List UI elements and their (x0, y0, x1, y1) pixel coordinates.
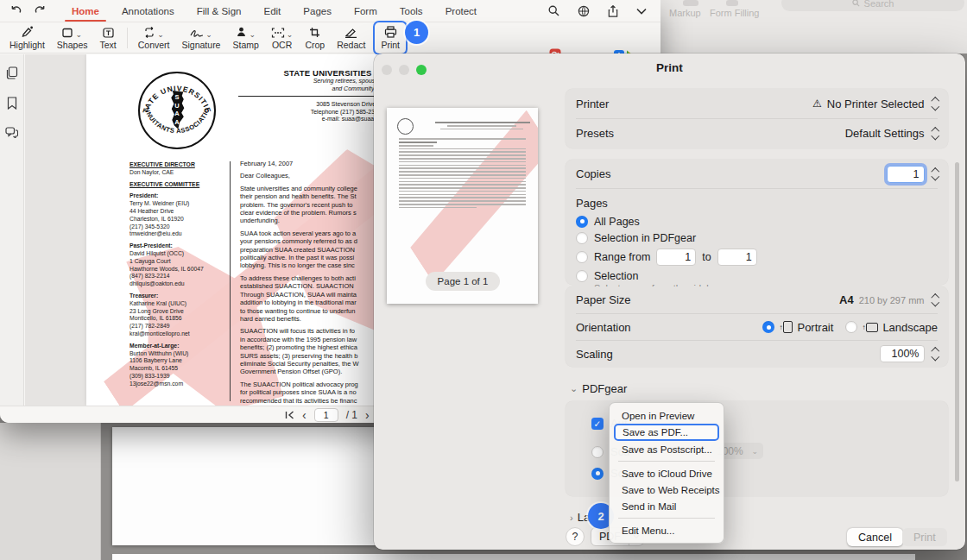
paper-size-select[interactable]: A4 210 by 297 mm (839, 293, 938, 306)
page-total: / 1 (346, 409, 357, 421)
radio-selected-icon (762, 321, 774, 333)
pdfgear-section-header[interactable]: ⌄ PDFgear (570, 382, 627, 395)
pdf-menu: Open in Preview Save as PDF... Save as P… (609, 402, 724, 544)
selection-option[interactable]: Selection (566, 267, 948, 282)
copies-pages-card: Copies Pages All Pages Selection in PDFg… (566, 160, 948, 285)
background-window-sidebar (0, 423, 101, 560)
background-window-toolbar: Markup Form Filling Search (660, 0, 967, 53)
convert-button[interactable]: ⌄ Convert (132, 22, 176, 53)
scaling-input[interactable] (880, 345, 925, 362)
stepper-icon[interactable] (932, 349, 939, 359)
radio-selected-icon (576, 216, 588, 228)
shapes-button[interactable]: ⌄ Shapes (51, 22, 94, 53)
disclosure-right-icon: › (570, 513, 573, 523)
page-indicator: Page 1 of 1 (426, 272, 500, 291)
all-pages-option[interactable]: All Pages (566, 213, 948, 230)
menu-separator (618, 461, 715, 462)
screen: Markup Form Filling Search Home Annotati… (0, 0, 967, 560)
cancel-button[interactable]: Cancel (847, 528, 903, 546)
copies-input[interactable] (887, 166, 925, 183)
menu-item-open-in-preview[interactable]: Open in Preview (610, 407, 724, 424)
tab-tools[interactable]: Tools (389, 0, 434, 22)
background-search-field: Search (781, 0, 964, 11)
printer-select[interactable]: ⚠ No Printer Selected (812, 98, 938, 110)
radio-icon (576, 270, 588, 282)
selection-in-pdfgear-option[interactable]: Selection in PDFgear (566, 230, 948, 246)
highlight-icon (21, 26, 34, 38)
chevron-down-icon[interactable] (636, 8, 647, 15)
orientation-label: Orientation (576, 321, 631, 334)
tab-annotations[interactable]: Annotations (111, 0, 186, 22)
tab-form[interactable]: Form (343, 0, 389, 22)
presets-select[interactable]: Default Settings (845, 127, 938, 140)
ocr-button[interactable]: ⌄ OCR (265, 22, 300, 53)
bookmark-icon[interactable] (7, 97, 17, 110)
print-confirm-button[interactable]: Print (902, 528, 947, 546)
menu-separator (618, 518, 715, 519)
warning-icon: ⚠ (812, 98, 822, 110)
document-sidebar (0, 54, 24, 406)
signature-button[interactable]: ⌄ Signature (176, 22, 227, 53)
toolbar-separator (127, 28, 128, 48)
stepper-icon (932, 98, 939, 109)
tab-edit[interactable]: Edit (252, 0, 292, 22)
page-number-input[interactable] (314, 408, 338, 422)
share-icon[interactable] (608, 5, 618, 17)
background-page-next (112, 554, 915, 560)
text-icon (103, 26, 114, 38)
pages-label: Pages (576, 197, 608, 210)
help-button[interactable]: ? (566, 527, 585, 546)
disclosure-down-icon: ⌄ (570, 383, 578, 394)
next-page-icon[interactable]: › (365, 408, 370, 422)
dialog-scrollbar[interactable] (955, 162, 959, 481)
form-filling-label: Form Filling (710, 8, 759, 18)
menu-item-save-to-web-receipts[interactable]: Save to Web Receipts (610, 481, 724, 498)
menu-item-save-to-icloud[interactable]: Save to iCloud Drive (610, 465, 724, 481)
search-icon[interactable] (548, 5, 559, 16)
checkbox-checked-icon: ✓ (591, 418, 604, 430)
menu-item-edit-menu[interactable]: Edit Menu... (610, 522, 724, 538)
portrait-icon: ↑ (779, 321, 793, 333)
globe-icon[interactable] (578, 5, 590, 17)
portrait-option[interactable]: ↑ Portrait (762, 321, 833, 334)
menu-item-send-in-mail[interactable]: Send in Mail (610, 498, 724, 514)
undo-button[interactable] (9, 5, 22, 16)
printer-presets-card: Printer ⚠ No Printer Selected Presets De… (566, 89, 948, 148)
page-thumbnails-icon[interactable] (6, 66, 18, 79)
markup-label: Markup (669, 8, 701, 18)
search-icon (852, 0, 860, 7)
crop-icon (309, 26, 320, 38)
stamp-button[interactable]: ⌄ Stamp (226, 22, 264, 53)
comments-icon[interactable] (5, 127, 18, 138)
tab-fill-sign[interactable]: Fill & Sign (186, 0, 253, 22)
radio-icon (576, 232, 588, 244)
range-from-input[interactable] (656, 249, 696, 266)
range-option[interactable]: Range from to (566, 246, 948, 267)
redact-icon (344, 26, 357, 38)
first-page-icon[interactable] (285, 411, 294, 419)
tab-protect[interactable]: Protect (434, 0, 488, 22)
menu-item-save-as-postscript[interactable]: Save as Postscript... (610, 441, 724, 457)
landscape-option[interactable]: ↑ Landscape (845, 321, 938, 334)
print-button[interactable]: Print (373, 21, 408, 55)
convert-icon (143, 27, 155, 38)
markup-icon (683, 0, 698, 6)
stamp-icon (236, 27, 247, 38)
stepper-icon[interactable] (932, 169, 939, 179)
paper-orientation-card: Paper Size A4 210 by 297 mm Orientation … (566, 286, 948, 367)
redact-button[interactable]: Redact (331, 22, 371, 53)
presets-label: Presets (576, 127, 614, 140)
shapes-icon (62, 28, 73, 38)
redo-button[interactable] (34, 5, 47, 16)
highlight-button[interactable]: Highlight (3, 22, 51, 53)
tab-home[interactable]: Home (60, 0, 111, 22)
crop-button[interactable]: Crop (299, 22, 331, 53)
text-button[interactable]: Text (93, 22, 122, 53)
radio-icon (591, 446, 604, 458)
previous-page-icon[interactable]: ‹ (302, 408, 307, 422)
copies-label: Copies (576, 167, 610, 180)
stepper-icon (932, 295, 939, 305)
menu-item-save-as-pdf[interactable]: Save as PDF... (614, 424, 719, 441)
tab-pages[interactable]: Pages (292, 0, 343, 22)
range-to-input[interactable] (717, 249, 757, 266)
